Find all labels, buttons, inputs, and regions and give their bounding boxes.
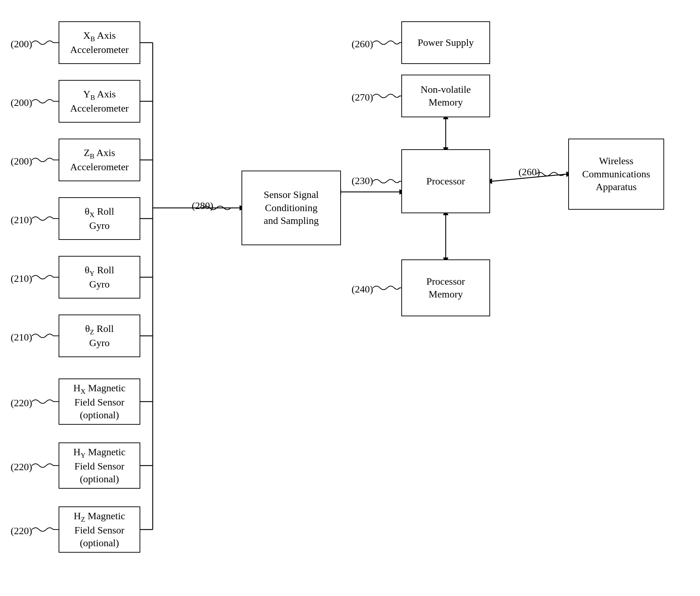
wireless-comms-label: WirelessCommunicationsApparatus — [582, 155, 650, 193]
theta-z-gyro-box: θZ RollGyro — [59, 315, 140, 357]
power-supply-label: Power Supply — [418, 36, 474, 49]
xb-ref-label: (200) — [11, 38, 32, 50]
hy-ref-label: (220) — [11, 461, 32, 473]
theta-y-ref-label: (210) — [11, 273, 32, 284]
non-volatile-memory-label: Non-volatileMemory — [420, 83, 471, 109]
yb-accelerometer-box: YB AxisAccelerometer — [59, 80, 140, 123]
processor-box: Processor — [401, 149, 490, 213]
processor-memory-ref: (240) — [352, 284, 373, 295]
theta-x-ref-label: (210) — [11, 214, 32, 226]
hx-mag-box: HX MagneticField Sensor(optional) — [59, 378, 140, 425]
power-supply-ref: (260) — [352, 38, 373, 50]
processor-ref: (230) — [352, 175, 373, 187]
hz-mag-label: HZ MagneticField Sensor(optional) — [74, 510, 125, 550]
theta-z-gyro-label: θZ RollGyro — [85, 322, 114, 349]
hx-mag-label: HX MagneticField Sensor(optional) — [73, 382, 125, 422]
hz-mag-box: HZ MagneticField Sensor(optional) — [59, 506, 140, 553]
non-volatile-memory-box: Non-volatileMemory — [401, 75, 490, 117]
processor-memory-box: ProcessorMemory — [401, 259, 490, 316]
xb-accelerometer-label: XB AxisAccelerometer — [70, 29, 129, 56]
yb-accelerometer-label: YB AxisAccelerometer — [70, 88, 129, 115]
sensor-signal-box: Sensor SignalConditioningand Sampling — [242, 171, 341, 245]
processor-label: Processor — [427, 175, 465, 188]
zb-accelerometer-box: ZB AxisAccelerometer — [59, 139, 140, 181]
theta-x-gyro-label: θX RollGyro — [85, 205, 114, 232]
hy-mag-box: HY MagneticField Sensor(optional) — [59, 442, 140, 489]
wireless-comms-box: WirelessCommunicationsApparatus — [568, 139, 664, 210]
sensor-signal-ref: (280) — [192, 200, 213, 211]
sensor-signal-label: Sensor SignalConditioningand Sampling — [264, 188, 319, 227]
theta-x-gyro-box: θX RollGyro — [59, 197, 140, 240]
non-volatile-ref: (270) — [352, 92, 373, 103]
zb-ref-label: (200) — [11, 156, 32, 167]
yb-ref-label: (200) — [11, 97, 32, 108]
hy-mag-label: HY MagneticField Sensor(optional) — [73, 446, 125, 486]
hx-ref-label: (220) — [11, 397, 32, 409]
theta-y-gyro-label: θY RollGyro — [85, 264, 114, 291]
power-supply-box: Power Supply — [401, 21, 490, 64]
hz-ref-label: (220) — [11, 525, 32, 537]
theta-y-gyro-box: θY RollGyro — [59, 256, 140, 299]
wireless-ref: (260) — [519, 166, 540, 178]
processor-memory-label: ProcessorMemory — [427, 275, 465, 301]
xb-accelerometer-box: XB AxisAccelerometer — [59, 21, 140, 64]
zb-accelerometer-label: ZB AxisAccelerometer — [70, 146, 129, 173]
theta-z-ref-label: (210) — [11, 332, 32, 343]
